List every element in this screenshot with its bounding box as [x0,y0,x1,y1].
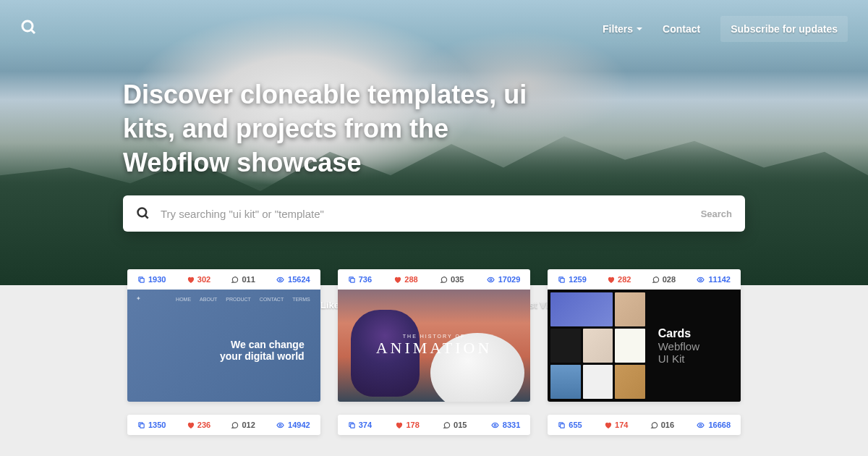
card-grid: 1930 302 011 15624 ✦ HOMEABOUTPRODUCTCON… [0,269,868,402]
svg-point-2 [138,208,147,217]
contact-link[interactable]: Contact [663,23,700,35]
clone-icon [348,276,356,284]
search-bar: Search [123,195,745,232]
comment-icon [443,421,451,429]
svg-point-11 [279,424,281,426]
svg-rect-12 [350,423,354,428]
card-stats: 1930 302 011 15624 [127,269,320,290]
comment-stat: 011 [231,275,255,284]
svg-rect-10 [140,423,145,428]
comment-icon [440,276,448,284]
hero-title: Discover cloneable templates, ui kits, a… [123,78,528,180]
card-stats[interactable]: 655 174 016 16668 [548,415,741,435]
card-thumbnail: THE HISTORY OF ANIMATION [338,290,531,402]
subscribe-button[interactable]: Subscribe for updates [720,16,848,42]
card-stats[interactable]: 374 178 015 8331 [338,415,531,435]
hero-content: Discover cloneable templates, ui kits, a… [0,42,868,232]
eye-icon [696,276,705,284]
heart-icon [604,421,612,429]
heart-icon [187,421,195,429]
hero-section: Filters Contact Subscribe for updates Di… [0,0,868,285]
heart-icon [393,276,401,284]
comment-stat: 028 [652,275,676,284]
clone-icon [558,421,566,429]
comment-icon [650,421,658,429]
filters-label: Filters [603,23,633,35]
eye-icon [486,276,495,284]
card-thumbnail: ✦ HOMEABOUTPRODUCTCONTACTTERMS We can ch… [127,290,320,402]
card-grid-row2: 1350 236 012 14942 374 178 015 8331 655 … [0,415,868,435]
comment-icon [231,421,239,429]
svg-point-5 [279,279,281,281]
svg-point-7 [490,279,492,281]
like-stat: 282 [607,275,631,284]
svg-line-1 [31,30,35,33]
eye-icon [276,276,285,284]
card-stats[interactable]: 1350 236 012 14942 [127,415,320,435]
top-nav: Filters Contact Subscribe for updates [0,0,868,42]
clone-icon [348,421,356,429]
search-input[interactable] [150,208,701,220]
heart-icon [187,276,195,284]
clone-stat: 736 [348,275,372,284]
svg-rect-6 [350,278,354,282]
svg-point-13 [494,424,496,426]
caret-down-icon [637,28,642,30]
template-card[interactable]: 1930 302 011 15624 ✦ HOMEABOUTPRODUCTCON… [127,269,320,402]
template-card[interactable]: 1259 282 028 11142 Cards Webflow UI Kit [548,269,741,402]
heart-icon [395,421,403,429]
comment-icon [231,276,239,284]
search-button[interactable]: Search [701,208,732,219]
template-card[interactable]: 736 288 035 17029 THE HISTORY OF ANIMATI… [338,269,531,402]
site-logo[interactable] [20,19,38,39]
svg-point-9 [700,279,702,281]
svg-rect-8 [561,278,565,282]
like-stat: 302 [187,275,210,284]
eye-icon [490,421,500,429]
comment-icon [652,276,660,284]
view-stat: 17029 [486,275,521,284]
view-stat: 11142 [696,275,731,284]
svg-point-0 [22,21,33,31]
svg-rect-4 [140,278,145,282]
heart-icon [607,276,615,284]
clone-icon [137,421,145,429]
svg-line-3 [145,216,148,219]
comment-stat: 035 [440,275,464,284]
clone-stat: 1259 [558,275,586,284]
card-stats: 1259 282 028 11142 [548,269,741,290]
search-icon [136,206,150,221]
svg-point-15 [700,424,702,426]
filters-dropdown[interactable]: Filters [603,23,642,35]
svg-rect-14 [561,423,565,428]
card-stats: 736 288 035 17029 [338,269,531,290]
like-stat: 288 [393,275,417,284]
eye-icon [696,421,705,429]
view-stat: 15624 [276,275,310,284]
clone-icon [558,276,566,284]
card-thumbnail: Cards Webflow UI Kit [548,290,741,402]
clone-icon [137,276,145,284]
clone-stat: 1930 [137,275,166,284]
eye-icon [276,421,285,429]
